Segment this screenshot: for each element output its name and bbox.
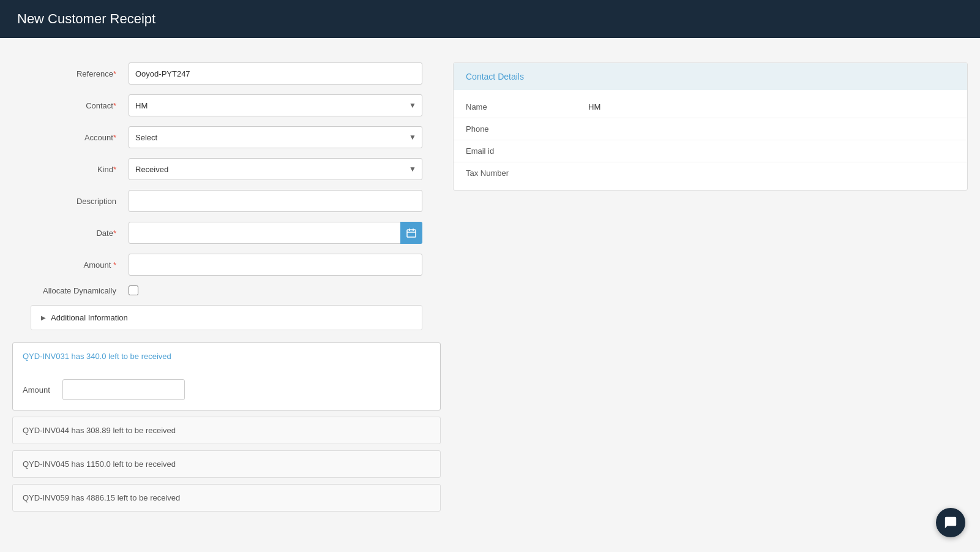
description-input[interactable]	[129, 190, 422, 212]
account-group: Account* Select ▼	[12, 126, 441, 148]
kind-label: Kind*	[31, 165, 129, 174]
contact-email-row: Email id	[454, 140, 967, 162]
page-title: New Customer Receipt	[17, 11, 155, 26]
reference-group: Reference*	[12, 62, 441, 85]
additional-info-section: ▶ Additional Information	[31, 305, 422, 330]
contact-name-row: Name HM	[454, 96, 967, 118]
contact-details-card: Contact Details Name HM Phone Email id T…	[453, 62, 968, 191]
kind-select-wrapper: Received ▼	[129, 158, 422, 180]
contact-tax-label: Tax Number	[466, 168, 588, 178]
description-group: Description	[12, 190, 441, 212]
contact-details-body: Name HM Phone Email id Tax Number	[454, 90, 967, 190]
additional-info-header[interactable]: ▶ Additional Information	[31, 306, 422, 330]
reference-input[interactable]	[129, 62, 422, 85]
invoice-item-1[interactable]: QYD-INV044 has 308.89 left to be receive…	[12, 417, 441, 444]
calendar-icon[interactable]	[400, 222, 422, 244]
amount-input[interactable]	[129, 254, 422, 276]
invoice-item-2[interactable]: QYD-INV045 has 1150.0 left to be receive…	[12, 450, 441, 478]
contact-phone-label: Phone	[466, 124, 588, 134]
reference-label: Reference*	[31, 69, 129, 78]
invoice-body-0: Amount	[13, 369, 440, 410]
contact-select-wrapper: HM ▼	[129, 94, 422, 116]
amount-label: Amount *	[31, 260, 129, 270]
allocate-group: Allocate Dynamically	[12, 285, 441, 295]
left-panel: Reference* Contact* HM ▼ Account*	[12, 62, 441, 518]
allocate-checkbox[interactable]	[129, 285, 138, 295]
contact-details-header: Contact Details	[454, 63, 967, 90]
svg-rect-0	[407, 230, 416, 237]
page-header: New Customer Receipt	[0, 0, 980, 38]
date-input[interactable]	[129, 222, 422, 244]
invoice-header-0[interactable]: QYD-INV031 has 340.0 left to be received	[13, 343, 440, 369]
account-label: Account*	[31, 133, 129, 142]
invoice-amount-label-0: Amount	[23, 385, 50, 395]
additional-info-label: Additional Information	[51, 313, 128, 322]
allocate-label: Allocate Dynamically	[31, 286, 129, 295]
right-panel: Contact Details Name HM Phone Email id T…	[453, 62, 968, 518]
amount-group: Amount *	[12, 254, 441, 276]
date-group: Date*	[12, 222, 441, 244]
contact-label: Contact*	[31, 101, 129, 110]
contact-phone-row: Phone	[454, 118, 967, 140]
kind-select[interactable]: Received	[129, 158, 422, 180]
invoice-item-0: QYD-INV031 has 340.0 left to be received…	[12, 342, 441, 410]
invoice-amount-input-0[interactable]	[62, 379, 185, 400]
account-select[interactable]: Select	[129, 126, 422, 148]
invoice-item-3[interactable]: QYD-INV059 has 4886.15 left to be receiv…	[12, 484, 441, 512]
kind-group: Kind* Received ▼	[12, 158, 441, 180]
contact-email-label: Email id	[466, 146, 588, 156]
date-label: Date*	[31, 229, 129, 238]
description-label: Description	[31, 197, 129, 206]
contact-select[interactable]: HM	[129, 94, 422, 116]
contact-name-value: HM	[588, 102, 600, 112]
account-select-wrapper: Select ▼	[129, 126, 422, 148]
contact-group: Contact* HM ▼	[12, 94, 441, 116]
main-content: Reference* Contact* HM ▼ Account*	[0, 38, 980, 530]
invoices-list: QYD-INV031 has 340.0 left to be received…	[12, 342, 441, 512]
contact-tax-row: Tax Number	[454, 162, 967, 184]
triangle-icon: ▶	[41, 314, 46, 321]
date-wrapper	[129, 222, 422, 244]
contact-name-label: Name	[466, 102, 588, 112]
